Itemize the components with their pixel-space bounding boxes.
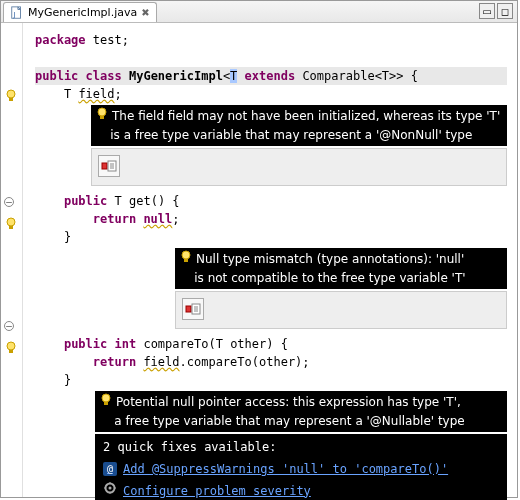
class-name: MyGenericImpl — [129, 69, 223, 83]
svg-rect-5 — [9, 226, 13, 229]
method-name: compareTo — [143, 337, 208, 351]
quickfix-list: 2 quick fixes available: @ Add @Suppress… — [95, 434, 507, 500]
svg-point-19 — [109, 487, 112, 490]
warning-tooltip: Potential null pointer access: this expr… — [95, 391, 507, 432]
svg-text:J: J — [13, 10, 16, 18]
type-ref: Comparable — [302, 69, 374, 83]
quickfix-label: Add @SuppressWarnings 'null' to 'compare… — [123, 460, 448, 478]
fold-toggle[interactable]: − — [4, 321, 18, 335]
field-decl: field — [78, 87, 114, 101]
code-text: } — [64, 230, 71, 244]
warning-icon[interactable] — [4, 341, 18, 355]
close-icon[interactable]: ✖ — [141, 7, 149, 18]
gear-icon — [103, 481, 117, 500]
quickfix-configure-severity[interactable]: Configure problem severity — [103, 481, 499, 500]
keyword: class — [86, 69, 122, 83]
keyword: public — [64, 194, 107, 208]
editor-frame: J MyGenericImpl.java ✖ ▭ ◻ − − package t… — [0, 0, 518, 498]
java-file-icon: J — [10, 6, 24, 20]
code-text: () { — [151, 194, 180, 208]
svg-rect-13 — [184, 259, 188, 262]
svg-rect-10 — [102, 163, 107, 169]
keyword: public — [35, 69, 78, 83]
code-text: ; — [172, 212, 179, 226]
tooltip-text: is not compatible to the free type varia… — [194, 271, 465, 285]
lightbulb-icon — [179, 250, 193, 269]
code-text: } — [64, 373, 71, 387]
quickfix-suppress-warnings[interactable]: @ Add @SuppressWarnings 'null' to 'compa… — [103, 460, 499, 478]
tab-title: MyGenericImpl.java — [28, 6, 137, 19]
tooltip-text: Null type mismatch (type annotations): '… — [196, 252, 464, 266]
svg-rect-7 — [9, 350, 13, 353]
svg-rect-17 — [104, 402, 108, 405]
svg-point-6 — [7, 342, 15, 350]
keyword: extends — [245, 69, 296, 83]
minimize-button[interactable]: ▭ — [479, 3, 495, 19]
type-ref: T — [115, 194, 122, 208]
editor-tab[interactable]: J MyGenericImpl.java ✖ — [3, 2, 157, 22]
svg-rect-14 — [186, 306, 191, 312]
keyword: return — [93, 212, 136, 226]
quickfix-label: Configure problem severity — [123, 482, 311, 500]
quickfix-panel — [91, 148, 507, 186]
window-buttons: ▭ ◻ — [479, 3, 513, 19]
code-text: (T other) { — [208, 337, 287, 351]
keyword: int — [115, 337, 137, 351]
field-ref: field — [143, 355, 179, 369]
type-ref: T — [64, 87, 71, 101]
keyword: public — [64, 337, 107, 351]
tooltip-text: The field field may not have been initia… — [112, 109, 500, 123]
annotation-icon: @ — [103, 462, 117, 476]
keyword: package — [35, 33, 86, 47]
svg-point-4 — [7, 218, 15, 226]
lightbulb-icon — [99, 393, 113, 412]
method-name: get — [129, 194, 151, 208]
code-text: <T>> { — [375, 69, 418, 83]
problem-severity-button[interactable] — [182, 298, 204, 320]
code-text: ; — [115, 87, 122, 101]
tooltip-text: is a free type variable that may represe… — [110, 128, 472, 142]
svg-point-16 — [102, 394, 110, 402]
maximize-button[interactable]: ◻ — [497, 3, 513, 19]
warning-icon[interactable] — [4, 89, 18, 103]
warning-tooltip: Null type mismatch (type annotations): '… — [175, 248, 507, 289]
tooltip-text: a free type variable that may represent … — [114, 414, 464, 428]
warning-tooltip: The field field may not have been initia… — [91, 105, 507, 146]
svg-point-12 — [182, 251, 190, 259]
svg-point-8 — [98, 108, 106, 116]
code-text: test; — [86, 33, 129, 47]
lightbulb-icon — [95, 107, 109, 126]
problem-severity-button[interactable] — [98, 155, 120, 177]
fold-toggle[interactable]: − — [4, 197, 18, 211]
tab-bar: J MyGenericImpl.java ✖ ▭ ◻ — [1, 1, 517, 23]
svg-point-2 — [7, 90, 15, 98]
svg-rect-3 — [9, 98, 13, 101]
quickfix-panel — [175, 291, 507, 329]
gutter: − − — [1, 23, 23, 497]
keyword: return — [93, 355, 136, 369]
warning-icon[interactable] — [4, 217, 18, 231]
code-area[interactable]: package test; public class MyGenericImpl… — [23, 23, 517, 497]
tooltip-text: Potential null pointer access: this expr… — [116, 395, 461, 409]
code-text: .compareTo(other); — [180, 355, 310, 369]
svg-rect-9 — [100, 116, 104, 119]
selected-type-param: T — [230, 69, 237, 83]
quickfix-header: 2 quick fixes available: — [103, 438, 499, 456]
keyword: null — [143, 212, 172, 226]
